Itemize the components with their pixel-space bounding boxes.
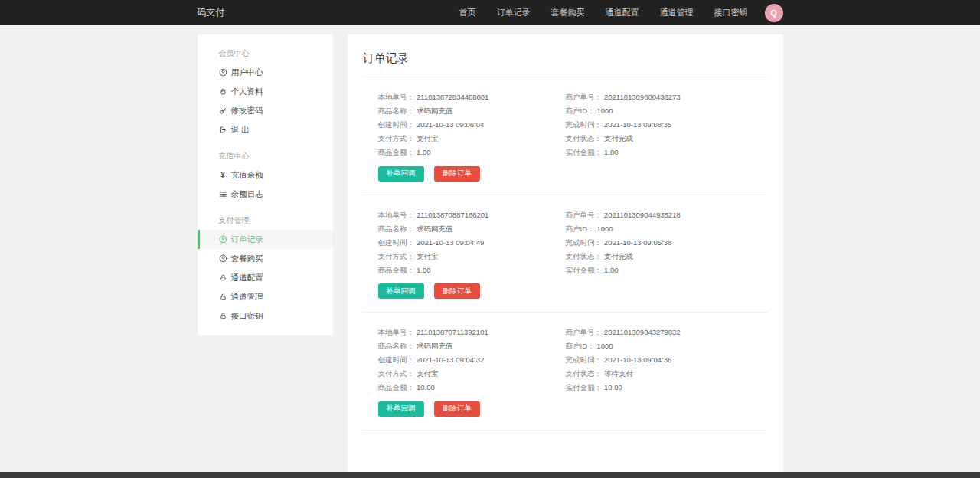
order-fields: 本地单号：211013872834488001 商户单号：20211013090…: [378, 90, 768, 159]
field-value: 1.00: [604, 148, 619, 156]
order-actions: 补单回调 删除订单: [378, 283, 768, 300]
sidebar-item-channel-config[interactable]: 通道配置: [198, 268, 333, 287]
order-card: 本地单号：211013870711392101 商户单号：20211013090…: [363, 313, 768, 431]
field-value: 求码网充值: [416, 342, 453, 350]
field-value: 2021-10-13 09:04:32: [416, 355, 484, 364]
nav-item-package-purchase[interactable]: 套餐购买: [551, 7, 585, 18]
order-field-product-name: 商品名称：求码网充值: [378, 222, 566, 236]
sidebar-item-logout[interactable]: 退 出: [198, 120, 333, 139]
delete-order-button[interactable]: 删除订单: [434, 401, 480, 417]
delete-order-button[interactable]: 删除订单: [434, 166, 480, 182]
user-circle-icon: [219, 235, 227, 244]
nav-item-channel-manage[interactable]: 通道管理: [660, 7, 694, 18]
nav-item-api-key[interactable]: 接口密钥: [714, 7, 748, 18]
field-label: 商品名称：: [378, 106, 415, 115]
field-label: 商品金额：: [378, 148, 415, 156]
field-label: 商品名称：: [378, 342, 415, 350]
field-value: 1.00: [416, 266, 431, 274]
sidebar-heading-recharge: 充值中心: [198, 146, 333, 165]
sidebar-item-label: 修改密码: [231, 106, 263, 116]
delete-order-button[interactable]: 删除订单: [434, 283, 480, 299]
field-value: 求码网充值: [416, 106, 453, 115]
nav-item-channel-config[interactable]: 通道配置: [606, 7, 639, 18]
order-field-product-amount: 商品金额：1.00: [378, 264, 566, 277]
field-value: 1.00: [416, 148, 431, 156]
field-value: 2021-10-13 09:05:38: [604, 238, 671, 247]
callback-button[interactable]: 补单回调: [378, 283, 424, 299]
field-value: 211013872834488001: [416, 93, 488, 101]
order-field-local-no: 本地单号：211013872834488001: [378, 90, 566, 104]
field-label: 创建时间：: [378, 238, 415, 247]
field-value: 2021-10-13 09:08:35: [604, 120, 671, 129]
order-field-pay-method: 支付方式：支付宝: [378, 250, 566, 264]
field-value: 1.00: [604, 266, 619, 274]
user-circle-icon: [219, 254, 227, 263]
order-field-merchant-no: 商户单号：2021101309044935218: [566, 208, 768, 222]
field-label: 完成时间：: [566, 238, 603, 247]
field-value: 2021101309043279832: [604, 328, 681, 336]
sidebar-heading-member: 会员中心: [198, 44, 333, 63]
field-label: 实付金额：: [566, 383, 603, 391]
user-circle-icon: [219, 68, 227, 77]
order-field-pay-status: 支付状态：支付完成: [566, 132, 768, 146]
page-footer: Copyright © 2017-2020 码支付 All Rights Res…: [0, 472, 980, 478]
order-field-create-time: 创建时间：2021-10-13 09:08:04: [378, 118, 566, 132]
field-value: 支付宝: [416, 134, 439, 142]
callback-button[interactable]: 补单回调: [378, 166, 424, 182]
nav-item-order-records[interactable]: 订单记录: [497, 7, 531, 18]
field-label: 实付金额：: [566, 148, 603, 156]
order-fields: 本地单号：211013870887166201 商户单号：20211013090…: [378, 208, 768, 277]
field-value: 2021-10-13 09:08:04: [416, 120, 484, 129]
field-label: 商户单号：: [566, 93, 603, 101]
field-value: 等待支付: [604, 369, 633, 378]
sidebar-item-label: 订单记录: [231, 234, 263, 245]
yen-icon: ¥: [219, 171, 227, 179]
nav-item-home[interactable]: 首页: [459, 7, 476, 18]
callback-button[interactable]: 补单回调: [378, 401, 424, 417]
sidebar-item-order-records[interactable]: 订单记录: [198, 230, 333, 249]
sidebar-item-balance-log[interactable]: 余额日志: [198, 185, 333, 204]
lock-icon: [219, 273, 227, 282]
order-field-pay-status: 支付状态：支付完成: [566, 250, 768, 264]
field-value: 10.00: [604, 383, 622, 391]
top-navbar: 码支付 首页 订单记录 套餐购买 通道配置 通道管理 接口密钥 Q: [0, 0, 980, 25]
field-label: 创建时间：: [378, 120, 415, 129]
sidebar-heading-payment: 支付管理: [198, 211, 333, 230]
order-actions: 补单回调 删除订单: [378, 165, 768, 182]
lock-icon: [219, 312, 227, 320]
field-value: 2021-10-13 09:04:49: [416, 238, 484, 247]
sidebar-item-label: 余额日志: [231, 189, 263, 200]
order-card: 本地单号：211013870887166201 商户单号：20211013090…: [363, 195, 768, 313]
sidebar-item-package-purchase[interactable]: 套餐购买: [198, 249, 333, 268]
order-field-complete-time: 完成时间：2021-10-13 09:05:38: [566, 236, 768, 250]
field-value: 支付宝: [416, 369, 439, 378]
order-field-merchant-id: 商户ID：1000: [566, 339, 768, 353]
order-field-pay-status: 支付状态：等待支付: [566, 367, 768, 381]
field-label: 支付状态：: [566, 252, 603, 260]
sidebar-item-label: 接口密钥: [231, 311, 263, 322]
order-field-local-no: 本地单号：211013870887166201: [378, 208, 566, 222]
order-field-paid-amount: 实付金额：10.00: [566, 381, 768, 395]
field-label: 支付方式：: [378, 369, 415, 378]
brand-logo[interactable]: 码支付: [198, 6, 225, 19]
user-avatar[interactable]: Q: [765, 4, 783, 22]
field-label: 商户ID：: [566, 224, 595, 233]
sidebar-item-change-password[interactable]: 修改密码: [198, 101, 333, 120]
sidebar-item-recharge-balance[interactable]: ¥ 充值余额: [198, 165, 333, 185]
order-field-product-name: 商品名称：求码网充值: [378, 339, 566, 353]
order-records-panel: 订单记录 本地单号：211013872834488001 商户单号：202110…: [348, 34, 783, 472]
order-field-create-time: 创建时间：2021-10-13 09:04:32: [378, 353, 566, 367]
sidebar-item-label: 个人资料: [231, 87, 263, 97]
sidebar-item-channel-manage[interactable]: 通道管理: [198, 287, 333, 306]
sidebar-item-profile[interactable]: 个人资料: [198, 82, 333, 101]
field-label: 商品金额：: [378, 383, 415, 391]
field-value: 2021101309044935218: [604, 211, 681, 219]
field-value: 1000: [597, 224, 613, 233]
sidebar-item-user-center[interactable]: 用户中心: [198, 63, 333, 82]
order-field-complete-time: 完成时间：2021-10-13 09:08:35: [566, 118, 768, 132]
field-label: 创建时间：: [378, 355, 415, 364]
field-value: 求码网充值: [416, 224, 453, 233]
sidebar-item-api-key[interactable]: 接口密钥: [198, 306, 333, 326]
order-card: 本地单号：211013872834488001 商户单号：20211013090…: [363, 77, 768, 195]
sidebar-section-recharge: 充值中心 ¥ 充值余额 余额日志: [198, 146, 333, 204]
